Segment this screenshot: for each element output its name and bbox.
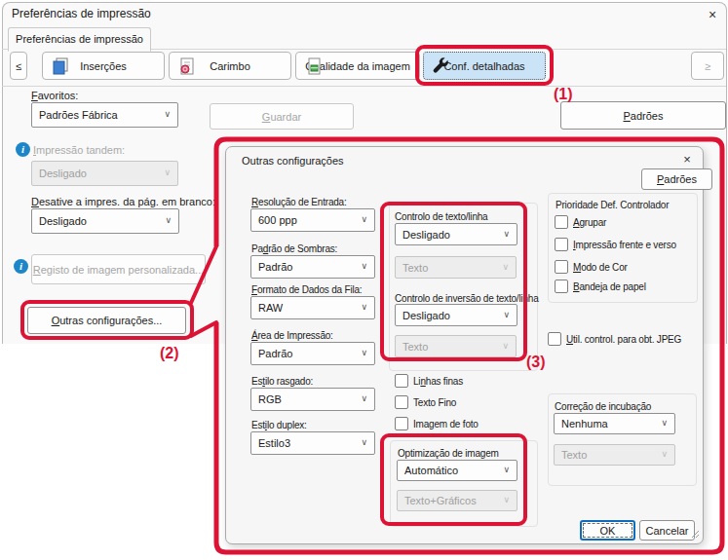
field-value: Estilo3 <box>258 437 290 449</box>
checkbox-label: Linhas finas <box>413 376 463 387</box>
duplex-checkbox[interactable] <box>555 238 568 251</box>
field-value: 600 ppp <box>258 214 297 226</box>
chevron-down-icon: ∨ <box>361 393 367 403</box>
field-value: Texto <box>402 341 428 353</box>
checkbox-row: Linhas finas <box>395 374 463 388</box>
paper-tray-checkbox[interactable] <box>555 280 568 293</box>
text-line-invert-label: Controlo de inversão de texto/linha <box>395 293 539 304</box>
field-value: Texto+Gráficos <box>404 495 477 506</box>
toolbar-scroll-right-button[interactable]: ≥ <box>691 52 724 80</box>
checkbox-label: Agrupar <box>573 217 606 228</box>
image-optimization-label: Optimização de imagem <box>398 448 499 459</box>
text-line-invert-sub-dropdown: Texto∨ <box>395 335 517 357</box>
checkbox-label: Impressão frente e verso <box>573 240 676 250</box>
dialog-close-icon[interactable]: × <box>676 150 698 169</box>
text-line-control-label: Controlo de texto/linha <box>395 211 487 222</box>
color-mode-checkbox[interactable] <box>555 260 568 274</box>
toolbar-button-conf-detalhadas[interactable]: Conf. detalhadas <box>423 52 546 80</box>
checkbox-row: Imagem de foto <box>395 417 479 430</box>
fine-text-checkbox[interactable] <box>395 395 408 409</box>
favorites-value: Padrões Fábrica <box>39 109 118 121</box>
duplex-style-dropdown[interactable]: Estilo3∨ <box>250 431 375 455</box>
rip-style-dropdown[interactable]: RGB∨ <box>250 388 375 411</box>
chevron-down-icon: ∨ <box>164 109 171 119</box>
toolbar-button-carimbo[interactable]: Carimbo <box>169 52 291 80</box>
field-value: Desligado <box>402 229 450 241</box>
toolbar-scroll-left-button[interactable]: ≤ <box>10 52 27 80</box>
image-quality-icon <box>304 56 324 78</box>
defaults-button-main[interactable]: Padrões <box>560 101 726 130</box>
resize-grip-icon[interactable] <box>690 529 700 541</box>
favorites-label: Favoritos: <box>31 90 78 101</box>
chevron-down-icon: ∨ <box>361 437 367 447</box>
input-resolution-dropdown[interactable]: 600 ppp∨ <box>250 208 375 232</box>
chevron-down-icon: ∨ <box>661 449 668 459</box>
tandem-dropdown: Desligado∨ <box>31 161 178 186</box>
field-value: RAW <box>258 302 283 314</box>
printable-area-dropdown[interactable]: Padrão∨ <box>250 342 375 365</box>
chevron-down-icon: ∨ <box>361 261 367 271</box>
text-line-invert-dropdown[interactable]: Desligado∨ <box>395 304 517 326</box>
save-button[interactable]: Guardar <box>210 103 354 130</box>
favorites-dropdown[interactable]: Padrões Fábrica∨ <box>31 102 178 128</box>
photo-image-checkbox[interactable] <box>395 417 408 430</box>
ok-button[interactable]: OK <box>580 520 635 541</box>
field-label: Estilo rasgado: <box>251 376 313 387</box>
field-label: Formato de Dados da Fila: <box>251 284 362 295</box>
jpeg-driver-checkbox[interactable] <box>548 332 561 346</box>
field-label: Estilo duplex: <box>251 420 307 430</box>
window-close-icon[interactable]: × <box>700 4 725 25</box>
field-label: Resolução de Entrada: <box>251 197 347 207</box>
window-title: Preferências de impressão <box>12 7 151 20</box>
chevron-down-icon: ∨ <box>164 168 171 177</box>
halftone-correction-label: Correção de incubação <box>555 401 651 412</box>
field-value: Padrão <box>258 261 292 273</box>
wrench-icon <box>432 56 451 78</box>
halftone-correction-sub-dropdown: Texto∨ <box>554 444 675 466</box>
image-optimization-sub-dropdown: Texto+Gráficos∨ <box>397 490 517 511</box>
chevron-down-icon: ∨ <box>503 465 510 474</box>
dialog-title: Outras configurações <box>242 155 344 167</box>
cancel-button[interactable]: Cancelar <box>639 520 695 541</box>
chevron-down-icon: ∨ <box>165 215 172 225</box>
field-value: Desligado <box>402 310 450 321</box>
screenshot-root: Preferências de impressão × Preferências… <box>0 0 728 560</box>
checkbox-label: Bandeja de papel <box>573 281 646 292</box>
other-settings-dialog: Outras configurações × Padrões Resolução… <box>225 146 704 544</box>
custom-image-registration-button[interactable]: Registo de imagem personalizada... <box>31 254 206 284</box>
chevron-down-icon: ∨ <box>361 348 367 357</box>
tab-print-preferences[interactable]: Preferências de impressão <box>8 27 151 52</box>
fine-lines-checkbox[interactable] <box>395 374 408 388</box>
annotation-label-2: (2) <box>160 345 179 361</box>
blank-page-dropdown[interactable]: Desligado∨ <box>31 208 179 234</box>
driver-priority-label: Prioridade Def. Controlador <box>556 200 669 210</box>
toolbar-button-qualidade-da-imagem[interactable]: Qualidade da imagem <box>295 52 420 80</box>
spool-data-format-dropdown[interactable]: RAW∨ <box>250 296 375 319</box>
checkbox-row: Bandeja de papel <box>555 280 646 293</box>
pages-icon <box>51 56 70 78</box>
field-value: Nenhuma <box>561 418 608 429</box>
text-line-control-dropdown[interactable]: Desligado∨ <box>395 223 517 245</box>
checkbox-row: Util. control. para obt. JPEG <box>548 332 681 346</box>
toolbar-button-label: Conf. detalhadas <box>443 60 524 72</box>
checkbox-row: Texto Fino <box>395 395 456 409</box>
stamp-icon <box>177 56 197 78</box>
field-value: RGB <box>258 393 282 405</box>
image-optimization-dropdown[interactable]: Automático∨ <box>397 460 517 481</box>
other-settings-button[interactable]: Outras configurações... <box>27 307 186 334</box>
tandem-label: Impressão tandem: <box>33 144 125 156</box>
checkbox-row: Agrupar <box>555 215 606 229</box>
checkbox-label: Imagem de foto <box>413 419 479 429</box>
blank-page-label: Desative a impres. da pág. em branco: <box>31 196 215 207</box>
collate-checkbox[interactable] <box>555 215 568 229</box>
halftone-correction-dropdown[interactable]: Nenhuma∨ <box>554 413 675 434</box>
field-value: Texto <box>402 262 428 274</box>
info-icon: i <box>16 142 30 157</box>
chevron-down-icon: ∨ <box>503 495 510 504</box>
checkbox-label: Texto Fino <box>413 397 456 408</box>
chevron-down-icon: ∨ <box>361 214 367 224</box>
toolbar-button-insercoes[interactable]: Inserções <box>42 52 165 80</box>
shading-pattern-dropdown[interactable]: Padrão∨ <box>250 255 375 279</box>
text-line-control-sub-dropdown: Texto∨ <box>395 256 517 279</box>
defaults-button-dialog[interactable]: Padrões <box>641 168 712 190</box>
